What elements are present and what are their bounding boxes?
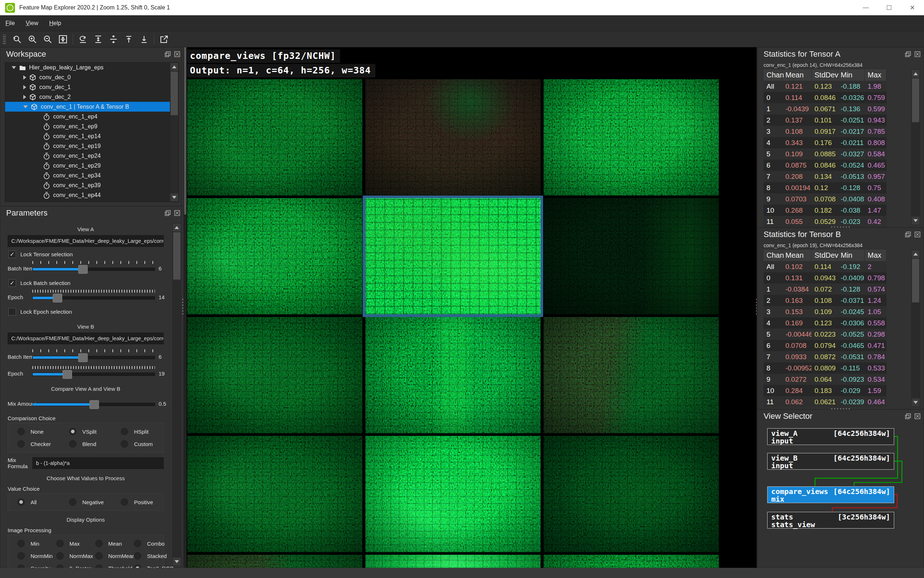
view-b-path-field[interactable]: C:/Workspace/FME/FME_Data/Hier_deep_leak… (8, 333, 164, 344)
table-row[interactable]: 1-0.0439 0.0671-0.136 0.599 (764, 103, 887, 115)
table-row[interactable]: 00.131 0.0943-0.0409 0.798 (764, 272, 887, 284)
scroll-up-icon[interactable] (912, 250, 920, 258)
table-row[interactable]: 70.0933 0.0872-0.0531 0.784 (764, 351, 887, 362)
close-button[interactable]: ✕ (901, 0, 924, 15)
batch-item-b-slider[interactable] (33, 349, 155, 363)
scroll-thumb[interactable] (173, 232, 181, 279)
lock-batch-checkbox[interactable]: ✓ Lock Batch selection (8, 279, 171, 287)
tree-item-root[interactable]: Hier_deep_leaky_Large_eps (5, 63, 179, 72)
node-stats[interactable]: stats[3c256h384w] stats_view (767, 512, 894, 529)
scroll-up-icon[interactable] (173, 224, 181, 232)
minimize-button[interactable]: — (854, 0, 877, 15)
radio-normmean[interactable]: NormMean (86, 550, 125, 562)
mix-formula-field[interactable]: b - (1-alpha)*a (33, 457, 164, 469)
table-row[interactable]: 20.163 0.108-0.0371 1.24 (764, 295, 887, 306)
table-row[interactable]: 60.0708 0.0794-0.0465 0.471 (764, 340, 887, 351)
chevron-down-icon[interactable] (11, 66, 16, 69)
radio-min[interactable]: Min (8, 537, 47, 550)
table-row[interactable]: 40.169 0.123-0.0306 0.558 (764, 317, 887, 329)
feature-map-tile[interactable] (365, 79, 540, 196)
node-view-b[interactable]: view_B[64c256h384w] input (767, 453, 894, 470)
radio-blend[interactable]: Blend (60, 438, 111, 450)
table-row[interactable]: 70.208 0.134-0.0513 0.957 (764, 171, 887, 182)
table-row[interactable]: 60.0875 0.0846-0.0524 0.465 (764, 159, 887, 171)
table-row[interactable]: 110.055 0.0529-0.023 0.42 (764, 216, 887, 227)
radio-mean[interactable]: Mean (86, 537, 125, 550)
tree-item-conv-dec-0[interactable]: conv_dec_0 (5, 72, 179, 82)
float-panel-icon[interactable] (905, 413, 911, 419)
slider-handle[interactable] (63, 370, 72, 379)
radio-all[interactable]: All (8, 496, 60, 508)
scroll-thumb[interactable] (171, 71, 178, 115)
tree-item-ep44[interactable]: conv_enc_1_ep44 (5, 190, 179, 200)
scroll-down-icon[interactable] (173, 558, 181, 566)
feature-map-tile[interactable] (543, 436, 719, 552)
slider-handle[interactable] (53, 294, 62, 302)
close-panel-icon[interactable] (914, 51, 921, 57)
tree-item-ep19[interactable]: conv_enc_1_ep19 (5, 141, 179, 151)
tree-item-conv-dec-2[interactable]: conv_dec_2 (5, 92, 179, 102)
toolbar-grip[interactable] (3, 34, 6, 44)
table-row[interactable]: 80.00194 0.12-0.128 0.75 (764, 182, 887, 193)
scroll-thumb[interactable] (912, 259, 919, 302)
feature-map-tile[interactable] (187, 79, 362, 196)
feature-map-tile[interactable] (543, 317, 719, 434)
parameters-scrollbar[interactable] (172, 223, 181, 566)
center-split-icon[interactable] (106, 33, 121, 46)
table-row[interactable]: 30.108 0.0917-0.0217 0.785 (764, 126, 887, 137)
chevron-right-icon[interactable] (23, 85, 26, 89)
scroll-thumb[interactable] (912, 78, 919, 122)
scroll-down-icon[interactable] (912, 217, 920, 225)
shift-up-icon[interactable] (121, 33, 137, 46)
lock-tensor-checkbox[interactable]: ✓ Lock Tensor selection (8, 250, 171, 258)
scroll-down-icon[interactable] (170, 193, 178, 201)
fit-vertical-icon[interactable] (91, 33, 106, 46)
checkbox-checked-icon[interactable]: ✓ (8, 279, 16, 287)
open-external-icon[interactable] (156, 33, 172, 46)
scroll-up-icon[interactable] (912, 70, 920, 78)
float-panel-icon[interactable] (164, 51, 171, 57)
float-panel-icon[interactable] (905, 51, 911, 57)
table-row[interactable]: 40.343 0.176-0.0211 0.808 (764, 137, 887, 148)
feature-map-tile[interactable] (187, 198, 362, 315)
feature-map-tile[interactable] (187, 436, 362, 552)
table-row[interactable]: 50.109 0.0885-0.0327 0.584 (764, 148, 887, 159)
slider-handle[interactable] (89, 400, 99, 409)
radio-custom[interactable]: Custom (111, 438, 163, 450)
batch-item-a-slider[interactable] (33, 261, 155, 275)
tree-item-conv-enc-1-selected[interactable]: conv_enc_1 | Tensor A & Tensor B (5, 102, 179, 112)
float-panel-icon[interactable] (905, 231, 911, 238)
feature-map-tile[interactable] (187, 317, 362, 434)
epoch-b-slider[interactable] (33, 366, 155, 380)
close-panel-icon[interactable] (914, 231, 921, 238)
tree-item-ep39[interactable]: conv_enc_1_ep39 (5, 180, 179, 190)
table-row[interactable]: 90.0272 0.064-0.0923 0.534 (764, 374, 887, 385)
tree-item-ep49[interactable]: conv_enc_1_ep49 (5, 200, 179, 202)
zoom-out-icon[interactable] (40, 33, 55, 46)
feature-map-tile[interactable] (543, 79, 719, 196)
chevron-right-icon[interactable] (23, 95, 26, 99)
table-row[interactable]: All0.121 0.123-0.188 1.98 (764, 81, 887, 92)
tree-item-conv-dec-1[interactable]: conv_dec_1 (5, 82, 179, 92)
table-row[interactable]: 110.062 0.0621-0.0239 0.464 (764, 396, 887, 408)
table-row[interactable]: 1-0.0384 0.072-0.128 0.574 (764, 284, 887, 295)
radio-combo[interactable]: Combo (124, 537, 163, 550)
close-panel-icon[interactable] (174, 51, 181, 57)
table-row[interactable]: 30.153 0.109-0.0245 1.05 (764, 306, 887, 317)
table-row[interactable]: 100.268 0.182-0.038 1.47 (764, 205, 887, 216)
radio-normmin[interactable]: NormMin (8, 550, 47, 562)
maximize-button[interactable]: ☐ (877, 0, 901, 15)
table-row[interactable]: 90.0703 0.0708-0.0408 0.408 (764, 193, 887, 205)
workspace-scrollbar[interactable] (170, 63, 179, 202)
checkbox-unchecked-icon[interactable]: ✓ (8, 308, 16, 315)
splitter-grip[interactable] (182, 297, 184, 316)
scroll-up-icon[interactable] (170, 63, 178, 71)
stats-a-scrollbar[interactable] (911, 70, 920, 225)
radio-vsplit[interactable]: VSplit (60, 425, 111, 438)
stats-b-scrollbar[interactable] (911, 250, 920, 407)
feature-map-tile[interactable] (187, 555, 362, 568)
radio-max[interactable]: Max (47, 537, 86, 550)
close-panel-icon[interactable] (174, 210, 181, 216)
feature-map-tile[interactable] (365, 436, 540, 552)
slider-handle[interactable] (78, 265, 88, 274)
